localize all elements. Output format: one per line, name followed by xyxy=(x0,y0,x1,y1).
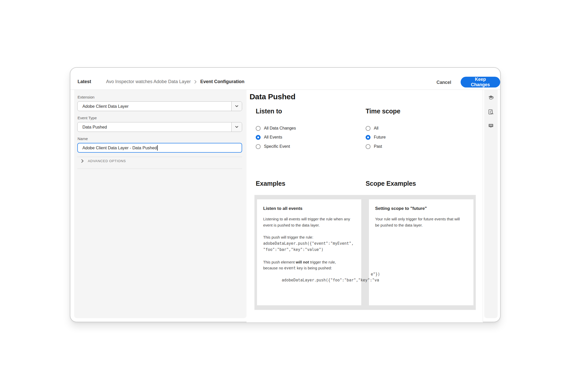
cancel-button[interactable]: Cancel xyxy=(436,80,451,85)
extension-label: Extension xyxy=(78,95,94,99)
radio-option-past[interactable]: Past xyxy=(366,144,382,149)
radio-option-all-events[interactable]: All Events xyxy=(256,134,282,140)
example-trigger-block: This push will trigger the rule: adobeDa… xyxy=(263,234,355,253)
example-no-trigger-code: adobeDataLayer.push({"foo":"bar","key":"… xyxy=(263,271,355,296)
example-card-listen-all: Listen to all events Listening to all ev… xyxy=(257,199,361,305)
page-title: Data Pushed xyxy=(250,92,295,101)
chevron-down-icon[interactable] xyxy=(231,122,242,132)
event-type-label: Event Type xyxy=(78,116,97,120)
example-trigger-code: adobeDataLayer.push({"event":"myEvent", … xyxy=(263,241,354,252)
keep-changes-button[interactable]: Keep Changes xyxy=(461,77,500,87)
extension-dropdown-value: Adobe Client Data Layer xyxy=(78,104,231,109)
radio-icon[interactable] xyxy=(366,135,370,140)
event-configuration-dialog: Latest Avo Inspector watches Adobe Data … xyxy=(70,67,501,322)
radio-option-all-data-changes[interactable]: All Data Changes xyxy=(256,125,296,131)
radio-icon[interactable] xyxy=(366,144,370,149)
example-card-intro: Listening to all events will trigger the… xyxy=(263,216,355,228)
chevron-down-icon[interactable] xyxy=(231,102,242,111)
right-rail xyxy=(484,90,498,318)
radio-option-future[interactable]: Future xyxy=(366,134,386,140)
advanced-options-label: ADVANCED OPTIONS xyxy=(88,159,126,163)
inspect-document-icon[interactable] xyxy=(488,109,494,115)
version-selector[interactable]: Latest xyxy=(78,79,91,84)
scope-examples-heading: Scope Examples xyxy=(366,180,416,187)
divider xyxy=(77,157,242,157)
examples-container: Listen to all events Listening to all ev… xyxy=(254,195,476,310)
breadcrumb-rule-name[interactable]: Avo Inspector watches Adobe Data Layer xyxy=(106,79,191,84)
rule-name-value: Adobe Client Data Layer - Data Pushed xyxy=(82,145,157,150)
time-scope-heading: Time scope xyxy=(366,107,400,115)
example-code-overflow: e"}) xyxy=(371,271,380,278)
breadcrumb-chevron-icon xyxy=(194,80,197,84)
name-label: Name xyxy=(78,136,88,141)
breadcrumb: Latest Avo Inspector watches Adobe Data … xyxy=(78,79,244,84)
advanced-options-toggle[interactable]: ADVANCED OPTIONS xyxy=(81,159,126,163)
radio-icon[interactable] xyxy=(256,144,261,149)
scope-card-body: Your rule will only trigger for future e… xyxy=(375,216,467,228)
radio-icon[interactable] xyxy=(256,135,261,140)
event-config-sidebar: Extension Adobe Client Data Layer Event … xyxy=(74,90,246,318)
breadcrumb-current-page: Event Configuration xyxy=(200,79,244,84)
chevron-right-icon xyxy=(81,159,84,163)
extension-dropdown[interactable]: Adobe Client Data Layer xyxy=(77,101,242,111)
divider xyxy=(77,169,242,169)
scope-card-title: Setting scope to "future" xyxy=(375,206,467,211)
radio-icon[interactable] xyxy=(366,126,370,131)
feedback-icon[interactable] xyxy=(488,123,494,129)
scope-example-card-future: Setting scope to "future" Your rule will… xyxy=(369,199,473,305)
radio-option-all[interactable]: All xyxy=(366,125,378,131)
text-caret xyxy=(157,145,158,151)
listen-to-heading: Listen to xyxy=(256,107,282,115)
learn-icon[interactable] xyxy=(488,94,494,101)
examples-heading: Examples xyxy=(256,180,285,187)
radio-icon[interactable] xyxy=(256,126,261,131)
example-card-title: Listen to all events xyxy=(263,206,355,211)
radio-option-specific-event[interactable]: Specific Event xyxy=(256,144,290,149)
rule-name-input[interactable]: Adobe Client Data Layer - Data Pushed xyxy=(77,143,242,153)
event-type-dropdown[interactable]: Data Pushed xyxy=(77,122,242,132)
example-no-trigger-block: This push element will not trigger the r… xyxy=(263,259,355,271)
event-type-dropdown-value: Data Pushed xyxy=(78,125,231,130)
